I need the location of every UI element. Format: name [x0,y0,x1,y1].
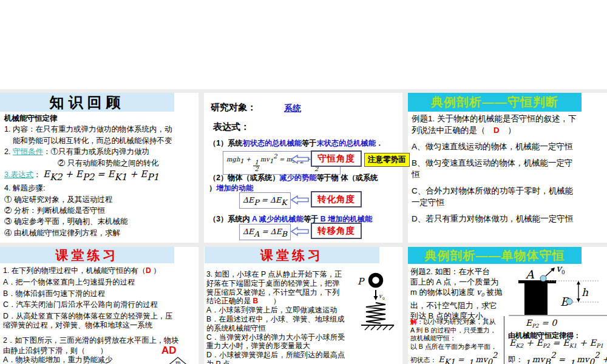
text-line: C．当弹簧对小球的弹力大小等于小球所受 [206,333,358,342]
text-line: 面上的 A 点，一个质量为 [410,277,509,287]
spring-figure: P v 0 [354,269,401,331]
text-line: 出，不计空气阻力，求它 [410,300,509,311]
left-arrow-icon [291,227,309,236]
angle-tag-transfer: 转移角度 [311,223,362,239]
text-line: ③ 确定参考平面，明确初、末机械能 [4,216,197,227]
text-line: 能和势能可以相互转化，而总的机械能保持不变 [4,135,197,146]
panel-title-example2: 典例剖析——单物体守恒 [425,248,565,264]
panel-title-practice2: 课堂练习 [260,247,324,264]
point-p-label: P [358,276,365,287]
text-line: 1. 内容：在只有重力或弹力做功的物体系统内，动 [4,124,197,135]
text-line: 簧压缩后又被弹起，不计空气阻力，下列 [206,288,358,297]
angle-tag-transformation: 转化角度 [311,191,362,207]
fall-arrowhead [374,296,378,300]
height-label: h [582,286,588,298]
angle-tag-conservation: 守恒角度 [311,150,362,167]
velocity-label-sub: 0 [382,296,385,300]
panel-header-example2: 典例剖析——单物体守恒 [408,247,582,264]
text-line: 以 B 点所在平面为参考平面， [410,343,504,351]
text-line: m 的物体以初速度 v0 被抛 [410,287,509,300]
incline-figure: m [166,357,190,364]
column-divider-right [402,89,408,364]
text-line: A、做匀速直线运动的物体，机械能一定守恒 [412,141,597,152]
left-arrow-icon [291,155,309,164]
text-line: 的系统机械能守恒 [206,324,358,333]
expression-heading: 表达式： [213,121,249,133]
text-line: 例题2. 如图：在水平台 [410,266,509,277]
platform-figure: A v 0 B h [509,262,607,318]
panel-title-practice1: 课堂练习 [56,247,119,264]
height-arrowhead-bottom [577,298,580,302]
left-arrow-shape [291,228,308,235]
text-line: 重力大小时，弹簧的形变量最大 [206,342,358,351]
text-line: 3. 如图，小球在 P 点从静止开始下落，正 [206,270,358,279]
text-line: EP2 = 0 [526,318,557,329]
panel-header-review: 知识回顾 [0,93,174,112]
text-line: D、若只有重力对物体做功，机械能一定守恒 [412,213,597,224]
text-line: B．在题述过程中，小球、弹簧、地球组成 [206,315,358,324]
formula-box-2: ΔEP = ΔEK [239,192,291,209]
text-line: 结论正确的是 B ） [206,297,358,306]
text-line: 恒 [412,169,597,180]
panel-header-practice2: 课堂练习 [205,247,379,263]
left-arrow-shape [291,155,308,163]
platform-ledge [518,280,556,283]
zero-potential-note: 注意零势面 [364,153,410,167]
ball-at-b [566,298,572,305]
incline-block-label: m [175,360,181,364]
text-line: ② 分析：判断机械能是否守恒 [4,205,197,216]
example2-solution-block: 解：以小球为研究对象，其从A 到 B 的过程中，只受重力，故机械能守恒：以 B … [410,318,504,364]
text-line: A．小球落到弹簧上后，立即做减速运动 [206,306,358,315]
ground-hatching [365,325,394,330]
left-arrow-shape [291,196,308,204]
panel-title-example1: 典例剖析——守恒判断 [431,94,558,110]
review-text-block: 机械能守恒定律1. 内容：在只有重力或弹力做功的物体系统内，动能和势能可以相互转… [4,113,197,238]
text-line: 例题1. 关于物体的机械能是否守恒的叙述，下 [412,113,597,124]
text-line: A 到 B 的过程中，只受重力， [410,326,504,335]
practice2-text-block: 3. 如图，小球在 P 点从静止开始下落，正好落在下端固定于桌面的轻弹簧上，把弹… [206,270,358,364]
text-line: 好落在下端固定于桌面的轻弹簧上，把弹 [206,279,358,288]
text-line: A．把一个物体竖直向上匀速提升的过程 [3,277,198,288]
panel-title-review: 知识回顾 [50,93,125,112]
text-line: B、做匀变速直线运动的物体，机械能一定守 [412,157,597,169]
text-line: C．汽车关闭油门后沿水平公路向前滑行的过程 [3,299,198,311]
text-line: C、合外力对物体所做的功等于零时，机械能 [412,185,597,197]
solution-column-divider [504,316,504,364]
left-arrow-icon [291,195,309,204]
text-line: ΔEA = ΔEB [243,226,287,238]
text-line: 一定守恒 [412,197,597,208]
text-line: 为 P 点 [206,360,358,364]
ball-at-a [540,275,546,281]
text-line: 4. 解题步骤: [4,183,197,194]
column-divider-left [198,89,204,364]
text-line: ① 确定研究对象，及其运动过程 [4,194,197,205]
formula-box-3: ΔEA = ΔEB [239,224,291,240]
example1-text-block: 例题1. 关于物体的机械能是否守恒的叙述，下列说法中正确的是（ D ）A、做匀速… [412,113,597,224]
research-object-value: 系统 [284,103,301,114]
spring-coil [366,303,385,323]
text-line: EK2 + EP2 = EK1 + EP1 [509,338,603,349]
text-line: 2. 守恒条件：①只有重力或系统内弹力做功 [4,146,197,157]
text-line: （2）物体（或系统）减少的势能等于物 体（或系统 [209,172,378,183]
text-line: 3.表达式： EK2 + EP2 = EK1 + EP1 [4,169,197,183]
text-line: 解：以小球为研究对象，其从 [410,318,504,326]
text-line: ④ 由机械能守恒定律列方程，求解 [4,228,197,238]
text-line: 即：12mvB2 = 12mv02 + mgh [508,350,607,364]
point-a-label: A [525,268,535,281]
ep2-formula: EP2 = 0 [526,318,557,329]
height-arrowhead-top [577,281,580,285]
expression-item-2: （2）物体（或系统）减少的势能等于物 体（或系统）增加的动能 [209,172,378,193]
panel-header-example1: 典例剖析——守恒判断 [408,93,582,112]
example2-question-block: 例题2. 如图：在水平台面上的 A 点，一个质量为m 的物体以初速度 v0 被抛… [410,266,509,321]
v0-label-sub: 0 [561,269,565,275]
text-line: 故机械能守恒： [410,334,504,343]
text-line: 机械能守恒定律 [4,113,197,124]
text-line: ΔEP = ΔEK [243,194,287,207]
text-line: ② 只有动能和势能之间的转化 [4,158,197,169]
text-line: D．小球被弹簧弹起后，所能到达的最高点 [206,351,358,360]
text-line: 列说法中正确的是（ D ） [412,124,597,136]
research-object-heading: 研究对象： [211,102,256,113]
text-line: 初状态： EK1 = 12mv02 [410,351,504,364]
panel-header-practice1: 课堂练习 [0,247,174,263]
final-equation: 即：12mvB2 = 12mv02 + mgh [508,350,607,364]
